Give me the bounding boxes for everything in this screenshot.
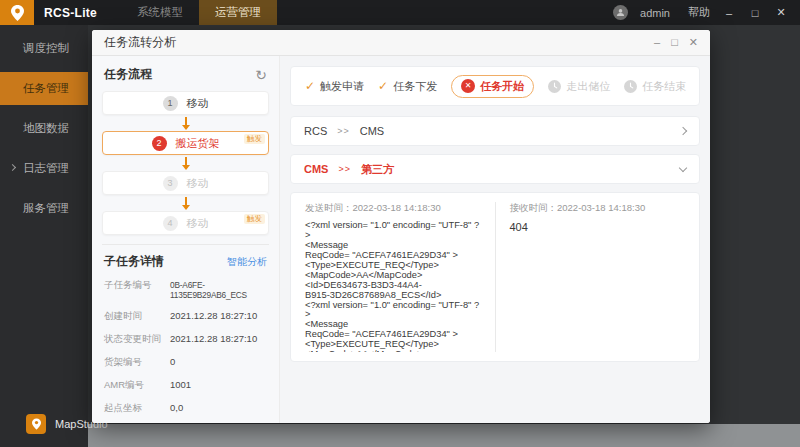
- modal-maximize-icon[interactable]: □: [671, 36, 678, 49]
- flow-step-3[interactable]: 3 移动: [102, 171, 269, 195]
- sidebar-item-task-management[interactable]: 任务管理: [0, 72, 88, 105]
- detail-value: 2021.12.28 18:27:10: [170, 310, 257, 321]
- receive-time-label: 接收时间：: [510, 202, 558, 213]
- detail-label: 创建时间: [104, 310, 170, 323]
- flow-step-2[interactable]: 2 搬运货架 触发: [102, 131, 269, 155]
- app-logo: [0, 0, 34, 25]
- smart-analysis-link[interactable]: 智能分析: [227, 255, 267, 269]
- subtask-details: 子任务详情 智能分析 子任务编号 0B-A6FE-1135E9B29AB6_EC…: [102, 244, 269, 423]
- detail-value: 0B-A6FE-1135E9B29AB6_ECS: [170, 280, 267, 300]
- flow-arrow-icon: [102, 195, 269, 211]
- details-title: 子任务详情: [104, 253, 164, 270]
- flow-detail-panel: ✓ 触发申请 ✓ 任务下发 ✕ 任务开始: [280, 56, 710, 423]
- modal-minimize-icon[interactable]: –: [654, 36, 660, 49]
- trigger-badge: 触发: [244, 134, 265, 144]
- location-pin-icon: [11, 5, 24, 21]
- flow-arrow-icon: [102, 155, 269, 171]
- receive-column: 接收时间：2022-03-18 14:18:30 404: [495, 202, 700, 352]
- flow-title: 任务流程: [104, 66, 152, 83]
- accordion-cms-thirdparty[interactable]: CMS >> 第三方: [290, 154, 700, 184]
- timeline-step-leave-storage: 走出储位: [548, 79, 610, 94]
- modal-title: 任务流转分析: [104, 34, 176, 51]
- timeline-label: 走出储位: [566, 79, 610, 94]
- detail-label: 状态变更时间: [104, 333, 170, 346]
- check-icon: ✓: [305, 79, 315, 93]
- detail-label: AMR编号: [104, 379, 170, 392]
- detail-label: 子任务编号: [104, 279, 170, 292]
- detail-value: 2021.12.28 18:27:10: [170, 333, 257, 344]
- detail-value: 1001: [170, 379, 191, 390]
- refresh-icon[interactable]: ↻: [255, 68, 267, 82]
- modal-titlebar: 任务流转分析 – □ ✕: [92, 30, 710, 56]
- sidebar-item-map-data[interactable]: 地图数据: [0, 112, 88, 145]
- user-avatar-icon[interactable]: [613, 5, 628, 20]
- step-label: 移动: [187, 96, 209, 111]
- modal-close-icon[interactable]: ✕: [689, 36, 698, 49]
- timeline-label: 任务结束: [642, 79, 686, 94]
- close-icon[interactable]: ✕: [774, 6, 788, 19]
- accordion-from: RCS: [304, 125, 327, 137]
- accordion-from: CMS: [304, 163, 328, 175]
- app-window: RCS-Lite 系统模型 运营管理 admin 帮助 – □ ✕ 调度控制 任…: [0, 0, 800, 447]
- timeline-step-trigger-request: ✓ 触发申请: [305, 79, 364, 94]
- sent-xml-payload: <?xml version= "1.0" encoding= "UTF-8" ?…: [305, 221, 481, 352]
- minimize-icon[interactable]: –: [722, 7, 736, 19]
- send-time-value: 2022-03-18 14:18:30: [353, 202, 441, 213]
- timeline-step-task-start[interactable]: ✕ 任务开始: [451, 75, 534, 98]
- accordion-to: CMS: [360, 125, 384, 137]
- step-number: 4: [163, 216, 178, 231]
- flow-step-1[interactable]: 1 移动: [102, 91, 269, 115]
- sidebar-item-service-management[interactable]: 服务管理: [0, 192, 88, 225]
- step-number: 3: [163, 176, 178, 191]
- topbar: RCS-Lite 系统模型 运营管理 admin 帮助 – □ ✕: [0, 0, 800, 25]
- timeline-step-task-end: 任务结束: [624, 79, 686, 94]
- step-number: 1: [163, 96, 178, 111]
- chevron-down-icon: [679, 163, 687, 171]
- username-label[interactable]: admin: [640, 7, 670, 19]
- timeline: ✓ 触发申请 ✓ 任务下发 ✕ 任务开始: [290, 66, 700, 106]
- tab-system-model[interactable]: 系统模型: [121, 0, 199, 25]
- receive-response: 404: [510, 221, 686, 233]
- detail-row: 子任务编号 0B-A6FE-1135E9B29AB6_ECS: [104, 279, 267, 300]
- timeline-label: 任务开始: [480, 79, 524, 94]
- topbar-right: admin 帮助 – □ ✕: [613, 5, 800, 20]
- sidebar: 调度控制 任务管理 地图数据 日志管理 服务管理 MapStudio: [0, 25, 88, 447]
- map-area: [88, 424, 800, 447]
- detail-row: 状态变更时间 2021.12.28 18:27:10: [104, 333, 267, 346]
- detail-label: 起点坐标: [104, 402, 170, 415]
- check-icon: ✓: [378, 79, 388, 93]
- chevron-right-icon: [679, 127, 687, 135]
- timeline-label: 任务下发: [393, 79, 437, 94]
- location-pin-icon: [26, 414, 46, 434]
- receive-time: 接收时间：2022-03-18 14:18:30: [510, 202, 686, 215]
- sidebar-item-dispatch-control[interactable]: 调度控制: [0, 32, 88, 65]
- timeline-label: 触发申请: [320, 79, 364, 94]
- modal-controls: – □ ✕: [654, 36, 698, 49]
- accordion-separator: >>: [338, 164, 351, 174]
- maximize-icon[interactable]: □: [748, 7, 762, 19]
- sidebar-item-log-management[interactable]: 日志管理: [0, 152, 88, 185]
- step-label: 移动: [187, 176, 209, 191]
- accordion-separator: >>: [337, 126, 350, 136]
- message-detail-card: 发送时间：2022-03-18 14:18:30 <?xml version= …: [290, 192, 700, 362]
- modal-body: 任务流程 ↻ 1 移动 2 搬运货架 触发 3 移动: [92, 56, 710, 423]
- flow-header: 任务流程 ↻: [104, 66, 267, 83]
- flow-arrow-icon: [102, 115, 269, 131]
- detail-label: 货架编号: [104, 356, 170, 369]
- flow-step-4[interactable]: 4 移动 触发: [102, 211, 269, 235]
- clock-icon: [624, 80, 637, 93]
- clock-icon: [548, 80, 561, 93]
- help-link[interactable]: 帮助: [688, 5, 710, 20]
- detail-row: AMR编号 1001: [104, 379, 267, 392]
- detail-value: 0: [170, 356, 175, 367]
- error-cross-icon: ✕: [461, 79, 475, 93]
- accordion-rcs-cms[interactable]: RCS >> CMS: [290, 116, 700, 146]
- details-header: 子任务详情 智能分析: [104, 253, 267, 270]
- step-number: 2: [152, 136, 167, 151]
- task-flow-panel: 任务流程 ↻ 1 移动 2 搬运货架 触发 3 移动: [92, 56, 280, 423]
- detail-row: 货架编号 0: [104, 356, 267, 369]
- accordion-to: 第三方: [361, 162, 394, 177]
- tab-operation-management[interactable]: 运营管理: [199, 0, 277, 25]
- send-time: 发送时间：2022-03-18 14:18:30: [305, 202, 481, 215]
- detail-value: 0,0: [170, 402, 183, 413]
